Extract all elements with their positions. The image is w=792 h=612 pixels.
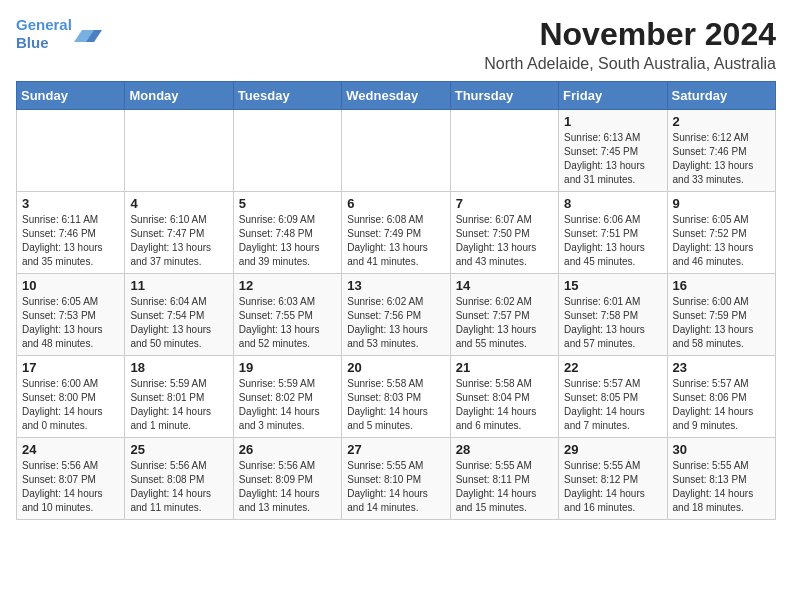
day-info: Sunrise: 5:55 AMSunset: 8:10 PMDaylight:… [347,459,444,515]
calendar-cell [233,110,341,192]
day-info: Sunrise: 6:09 AMSunset: 7:48 PMDaylight:… [239,213,336,269]
header-day: Monday [125,82,233,110]
title-area: November 2024 North Adelaide, South Aust… [484,16,776,73]
day-info: Sunrise: 6:06 AMSunset: 7:51 PMDaylight:… [564,213,661,269]
header-day: Saturday [667,82,775,110]
calendar-cell: 22Sunrise: 5:57 AMSunset: 8:05 PMDayligh… [559,356,667,438]
day-info: Sunrise: 6:01 AMSunset: 7:58 PMDaylight:… [564,295,661,351]
day-info: Sunrise: 5:55 AMSunset: 8:11 PMDaylight:… [456,459,553,515]
calendar-cell: 30Sunrise: 5:55 AMSunset: 8:13 PMDayligh… [667,438,775,520]
day-info: Sunrise: 6:10 AMSunset: 7:47 PMDaylight:… [130,213,227,269]
header-day: Thursday [450,82,558,110]
calendar-cell: 9Sunrise: 6:05 AMSunset: 7:52 PMDaylight… [667,192,775,274]
calendar-cell: 13Sunrise: 6:02 AMSunset: 7:56 PMDayligh… [342,274,450,356]
day-info: Sunrise: 6:05 AMSunset: 7:52 PMDaylight:… [673,213,770,269]
calendar-header: SundayMondayTuesdayWednesdayThursdayFrid… [17,82,776,110]
day-info: Sunrise: 6:12 AMSunset: 7:46 PMDaylight:… [673,131,770,187]
day-info: Sunrise: 6:04 AMSunset: 7:54 PMDaylight:… [130,295,227,351]
day-number: 22 [564,360,661,375]
calendar-cell [450,110,558,192]
day-number: 13 [347,278,444,293]
day-info: Sunrise: 5:55 AMSunset: 8:13 PMDaylight:… [673,459,770,515]
header-day: Wednesday [342,82,450,110]
calendar-cell: 20Sunrise: 5:58 AMSunset: 8:03 PMDayligh… [342,356,450,438]
logo-icon [74,20,102,48]
day-number: 14 [456,278,553,293]
logo-blue: Blue [16,34,49,51]
day-number: 17 [22,360,119,375]
calendar-cell [342,110,450,192]
day-number: 26 [239,442,336,457]
header-row: SundayMondayTuesdayWednesdayThursdayFrid… [17,82,776,110]
day-number: 19 [239,360,336,375]
day-number: 24 [22,442,119,457]
calendar-cell: 15Sunrise: 6:01 AMSunset: 7:58 PMDayligh… [559,274,667,356]
day-info: Sunrise: 5:56 AMSunset: 8:07 PMDaylight:… [22,459,119,515]
day-info: Sunrise: 5:58 AMSunset: 8:03 PMDaylight:… [347,377,444,433]
calendar-cell: 4Sunrise: 6:10 AMSunset: 7:47 PMDaylight… [125,192,233,274]
main-title: November 2024 [484,16,776,53]
calendar-cell: 10Sunrise: 6:05 AMSunset: 7:53 PMDayligh… [17,274,125,356]
calendar-cell: 5Sunrise: 6:09 AMSunset: 7:48 PMDaylight… [233,192,341,274]
day-number: 27 [347,442,444,457]
day-number: 28 [456,442,553,457]
calendar-cell: 21Sunrise: 5:58 AMSunset: 8:04 PMDayligh… [450,356,558,438]
logo-general: General [16,16,72,33]
calendar-cell: 2Sunrise: 6:12 AMSunset: 7:46 PMDaylight… [667,110,775,192]
header: General Blue November 2024 North Adelaid… [16,16,776,73]
day-number: 12 [239,278,336,293]
day-number: 10 [22,278,119,293]
day-number: 4 [130,196,227,211]
calendar-cell: 26Sunrise: 5:56 AMSunset: 8:09 PMDayligh… [233,438,341,520]
day-number: 2 [673,114,770,129]
day-info: Sunrise: 6:03 AMSunset: 7:55 PMDaylight:… [239,295,336,351]
calendar-week: 24Sunrise: 5:56 AMSunset: 8:07 PMDayligh… [17,438,776,520]
logo: General Blue [16,16,102,52]
header-day: Friday [559,82,667,110]
calendar-cell: 1Sunrise: 6:13 AMSunset: 7:45 PMDaylight… [559,110,667,192]
day-number: 18 [130,360,227,375]
day-info: Sunrise: 6:00 AMSunset: 7:59 PMDaylight:… [673,295,770,351]
day-info: Sunrise: 5:56 AMSunset: 8:09 PMDaylight:… [239,459,336,515]
calendar-cell: 19Sunrise: 5:59 AMSunset: 8:02 PMDayligh… [233,356,341,438]
calendar-week: 3Sunrise: 6:11 AMSunset: 7:46 PMDaylight… [17,192,776,274]
day-info: Sunrise: 6:02 AMSunset: 7:56 PMDaylight:… [347,295,444,351]
day-number: 29 [564,442,661,457]
calendar-week: 10Sunrise: 6:05 AMSunset: 7:53 PMDayligh… [17,274,776,356]
day-info: Sunrise: 5:59 AMSunset: 8:01 PMDaylight:… [130,377,227,433]
calendar-cell: 11Sunrise: 6:04 AMSunset: 7:54 PMDayligh… [125,274,233,356]
calendar-cell [125,110,233,192]
calendar-cell: 12Sunrise: 6:03 AMSunset: 7:55 PMDayligh… [233,274,341,356]
calendar-body: 1Sunrise: 6:13 AMSunset: 7:45 PMDaylight… [17,110,776,520]
calendar-cell: 7Sunrise: 6:07 AMSunset: 7:50 PMDaylight… [450,192,558,274]
calendar-cell: 23Sunrise: 5:57 AMSunset: 8:06 PMDayligh… [667,356,775,438]
day-info: Sunrise: 6:08 AMSunset: 7:49 PMDaylight:… [347,213,444,269]
day-number: 20 [347,360,444,375]
calendar-week: 17Sunrise: 6:00 AMSunset: 8:00 PMDayligh… [17,356,776,438]
day-info: Sunrise: 5:56 AMSunset: 8:08 PMDaylight:… [130,459,227,515]
calendar: SundayMondayTuesdayWednesdayThursdayFrid… [16,81,776,520]
day-number: 15 [564,278,661,293]
day-number: 3 [22,196,119,211]
day-info: Sunrise: 5:58 AMSunset: 8:04 PMDaylight:… [456,377,553,433]
day-number: 8 [564,196,661,211]
calendar-cell: 29Sunrise: 5:55 AMSunset: 8:12 PMDayligh… [559,438,667,520]
day-number: 9 [673,196,770,211]
day-info: Sunrise: 5:57 AMSunset: 8:05 PMDaylight:… [564,377,661,433]
calendar-cell: 14Sunrise: 6:02 AMSunset: 7:57 PMDayligh… [450,274,558,356]
calendar-cell [17,110,125,192]
day-info: Sunrise: 6:02 AMSunset: 7:57 PMDaylight:… [456,295,553,351]
calendar-cell: 3Sunrise: 6:11 AMSunset: 7:46 PMDaylight… [17,192,125,274]
day-number: 5 [239,196,336,211]
calendar-cell: 25Sunrise: 5:56 AMSunset: 8:08 PMDayligh… [125,438,233,520]
day-number: 30 [673,442,770,457]
day-number: 6 [347,196,444,211]
day-info: Sunrise: 5:57 AMSunset: 8:06 PMDaylight:… [673,377,770,433]
day-info: Sunrise: 5:55 AMSunset: 8:12 PMDaylight:… [564,459,661,515]
calendar-cell: 17Sunrise: 6:00 AMSunset: 8:00 PMDayligh… [17,356,125,438]
calendar-cell: 28Sunrise: 5:55 AMSunset: 8:11 PMDayligh… [450,438,558,520]
day-number: 16 [673,278,770,293]
day-number: 23 [673,360,770,375]
day-info: Sunrise: 6:05 AMSunset: 7:53 PMDaylight:… [22,295,119,351]
calendar-cell: 18Sunrise: 5:59 AMSunset: 8:01 PMDayligh… [125,356,233,438]
